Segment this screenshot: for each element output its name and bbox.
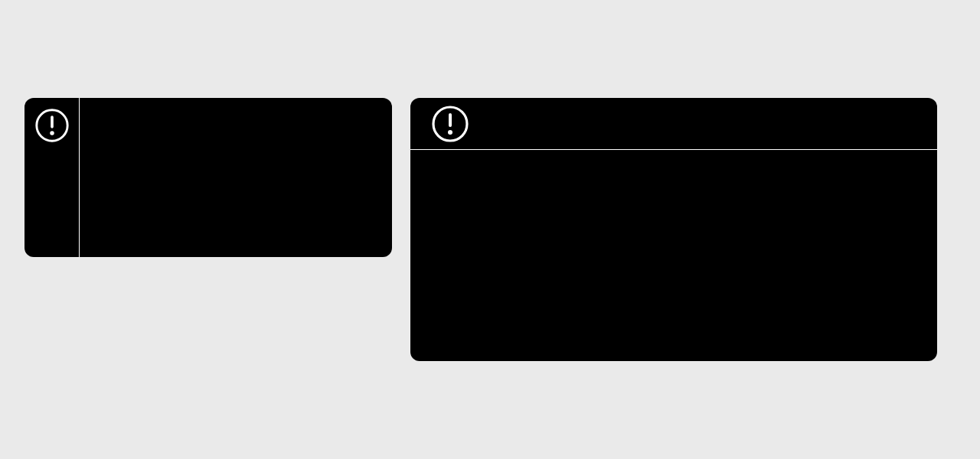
warning-icon <box>35 109 69 142</box>
alert-card-wide <box>410 98 937 361</box>
svg-point-5 <box>448 130 452 135</box>
card-row <box>0 0 980 386</box>
alert-body <box>410 150 937 361</box>
alert-card-compact <box>24 98 392 257</box>
svg-point-2 <box>50 131 54 135</box>
warning-icon <box>432 106 469 142</box>
alert-icon-column <box>24 98 80 257</box>
alert-body <box>80 98 392 257</box>
svg-rect-1 <box>51 116 54 129</box>
alert-header-row <box>410 98 937 150</box>
svg-rect-4 <box>449 113 452 127</box>
